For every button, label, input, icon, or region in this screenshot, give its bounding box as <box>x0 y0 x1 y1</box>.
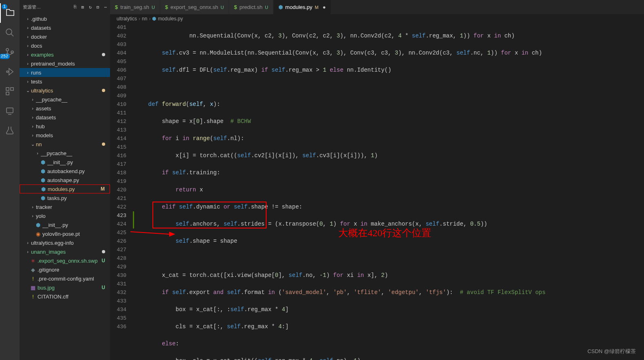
watermark: CSDN @绿箭柠檬茶 <box>587 348 636 355</box>
tab-export-seg[interactable]: $export_seg_onnx.shU <box>160 0 229 14</box>
tab-train-seg[interactable]: $train_seg.shU <box>110 0 160 14</box>
svg-rect-6 <box>11 88 13 90</box>
tree-item-tests[interactable]: ›tests <box>20 77 110 86</box>
tree-item-runs[interactable]: ›runs <box>20 68 110 77</box>
code[interactable]: nn.Sequential(Conv(x, c2, 3), Conv(c2, c… <box>135 23 644 360</box>
tab-modules[interactable]: ⬢modules.pyM● <box>273 0 331 14</box>
tree-item-datasets[interactable]: ›datasets <box>20 23 110 32</box>
collapse-icon[interactable]: ⊟ <box>97 4 99 10</box>
svg-point-0 <box>6 29 12 35</box>
tree-item-tasks[interactable]: ⬢tasks.py <box>20 193 110 202</box>
remote-icon[interactable] <box>0 101 20 121</box>
tree-item-docs[interactable]: ›docs <box>20 41 110 50</box>
close-icon[interactable]: ● <box>323 4 326 10</box>
tree-item-autobackend[interactable]: ⬢autobackend.py <box>20 167 110 176</box>
tree-item-yolov8n[interactable]: ◉yolov8n-pose.pt <box>20 229 110 238</box>
activity-bar: 1 252 <box>0 0 20 360</box>
arrow-icon <box>130 210 199 256</box>
sidebar-title: 资源管… <box>23 4 71 10</box>
svg-rect-5 <box>6 88 9 90</box>
tree-item-unann[interactable]: ›unann_images <box>20 247 110 256</box>
tree-item-pycache[interactable]: ›__pycache__ <box>20 95 110 104</box>
tree-item-gitignore[interactable]: ◆.gitignore <box>20 265 110 274</box>
tree-item-docker[interactable]: ›docker <box>20 32 110 41</box>
breadcrumb[interactable]: ultralytics› nn› ⬢modules.py <box>110 14 644 23</box>
search-icon[interactable] <box>0 23 20 42</box>
svg-point-1 <box>6 48 9 51</box>
tree-item-datasets2[interactable]: ›datasets <box>20 113 110 122</box>
testing-icon[interactable] <box>0 121 20 140</box>
tree-item-github[interactable]: ›.github <box>20 14 110 23</box>
tree-item-precommit[interactable]: !.pre-commit-config.yaml <box>20 274 110 283</box>
editor-area: $train_seg.shU $export_seg_onnx.shU $pre… <box>110 0 644 360</box>
source-control-icon[interactable]: 252 <box>0 42 20 62</box>
svg-rect-7 <box>6 92 9 95</box>
extensions-icon[interactable] <box>0 81 20 101</box>
more-icon[interactable]: ⋯ <box>104 4 107 10</box>
badge-1: 1 <box>2 4 7 9</box>
tree-item-export-swp[interactable]: ≡.export_seg_onnx.sh.swpU <box>20 256 110 265</box>
tree-item-pretrained[interactable]: ›pretrained_models <box>20 59 110 68</box>
refresh-icon[interactable]: ↻ <box>89 4 92 10</box>
file-tree: ›.github ›datasets ›docker ›docs ›exampl… <box>20 14 110 360</box>
tab-predict[interactable]: $predict.shU <box>229 0 273 14</box>
gutter: 4014024034044054064074084094104114124134… <box>110 23 135 360</box>
tree-item-citation[interactable]: !CITATION.cff <box>20 292 110 301</box>
svg-rect-8 <box>7 108 13 113</box>
tree-item-init2[interactable]: ⬢__init__.py <box>20 220 110 229</box>
svg-point-4 <box>7 71 8 72</box>
tree-item-bus[interactable]: ▦bus.jpgU <box>20 283 110 292</box>
sidebar-header: 资源管… ⎘ ⊞ ↻ ⊟ ⋯ <box>20 0 110 14</box>
tree-item-autoshape[interactable]: ⬢autoshape.py <box>20 176 110 184</box>
svg-marker-10 <box>169 232 175 237</box>
tree-item-yolo[interactable]: ›yolo <box>20 211 110 220</box>
tree-item-ultralytics[interactable]: ⌄ultralytics <box>20 86 110 95</box>
tree-item-init[interactable]: ⬢__init__.py <box>20 158 110 167</box>
annotation: 大概在420行这个位置 <box>338 229 431 237</box>
explorer-icon[interactable]: 1 <box>0 3 20 23</box>
tree-item-nn[interactable]: ⌄nn <box>20 140 110 149</box>
tree-item-pycache2[interactable]: ›__pycache__ <box>20 149 110 158</box>
tree-item-hub[interactable]: ›hub <box>20 122 110 131</box>
svg-line-9 <box>130 232 169 234</box>
tree-item-tracker[interactable]: ›tracker <box>20 202 110 211</box>
new-file-icon[interactable]: ⎘ <box>74 4 77 10</box>
debug-icon[interactable] <box>0 62 20 81</box>
tabs: $train_seg.shU $export_seg_onnx.shU $pre… <box>110 0 644 14</box>
editor[interactable]: 4014024034044054064074084094104114124134… <box>110 23 644 360</box>
tree-item-models[interactable]: ›models <box>20 131 110 140</box>
new-folder-icon[interactable]: ⊞ <box>82 4 84 10</box>
sidebar: 资源管… ⎘ ⊞ ↻ ⊟ ⋯ ›.github ›datasets ›docke… <box>20 0 110 360</box>
tree-item-assets[interactable]: ›assets <box>20 104 110 113</box>
tree-item-examples[interactable]: ›examples <box>20 50 110 59</box>
tree-item-modules[interactable]: ⬢modules.pyM <box>20 184 110 193</box>
badge-252: 252 <box>0 54 10 59</box>
tree-item-egginfo[interactable]: ›ultralytics.egg-info <box>20 238 110 247</box>
